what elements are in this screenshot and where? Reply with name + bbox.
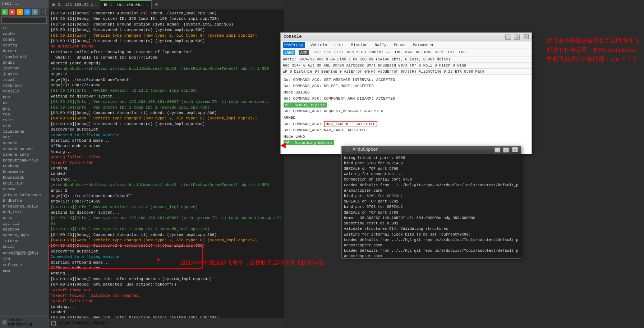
terminal-line: argv[0]: ./testPixhawkDroneTakeoff xyxy=(51,77,282,83)
sidebar-item[interactable]: etcam xyxy=(0,186,48,192)
sidebar-item[interactable]: ublic xyxy=(0,244,48,250)
sidebar-item[interactable]: gnupg xyxy=(0,60,48,65)
sidebar-item[interactable]: rviz xyxy=(0,117,48,123)
sidebar-item[interactable]: ihd xyxy=(0,256,48,262)
sidebar-item[interactable]: ictures xyxy=(0,238,48,244)
toolbar-btn-red[interactable]: ■ xyxy=(9,9,15,15)
tab-1[interactable]: 🖥 2. 192.168.55.1 ✕ xyxy=(49,0,100,9)
terminal-line: [04:00:23][Info ] New system on: 192.168… xyxy=(51,215,282,227)
sidebar-item[interactable]: config xyxy=(0,42,48,48)
console-menu-item-parameter[interactable]: Parameter xyxy=(411,42,436,48)
terminal-line: [03:59:12][Debug] Discovered 1 component… xyxy=(51,27,282,33)
console-menu-item-mission[interactable]: Mission xyxy=(349,42,369,48)
terminal-footer: ollow terminal folder xyxy=(49,318,284,328)
terminal-line: argc: 2 xyxy=(51,72,282,77)
sidebar-item[interactable]: opencv_apps xyxy=(0,232,48,238)
console-window: Console _ □ ✕ MAVProxyVehicleLinkMission… xyxy=(280,32,532,154)
terminal-line: [04:00:23][Info ] MAVSDK version: v2.12.… xyxy=(51,205,282,210)
annotation-bottom: 通过mavsdk发送起飞命令，被接收了当时仿真飞机不响应！ xyxy=(180,259,330,266)
terminal-line: jetson@unbutu:~/shd/visp-ws/visp-build/m… xyxy=(51,66,282,72)
sidebar-item[interactable]: ssh xyxy=(0,123,48,129)
toolbar-btn-blue[interactable]: ✎ xyxy=(24,9,31,15)
ardu-line: bind port 5762 for SERIAL1 xyxy=(344,193,519,199)
terminal-line: [04:00:24][Debug] GPS_detected: use acti… xyxy=(51,282,282,287)
console-menu-item-link[interactable]: Link xyxy=(333,42,345,48)
sidebar-item[interactable]: Downloads xyxy=(0,175,48,181)
terminal-line: argv[0]: ./testPixhawkDroneTakeoff xyxy=(51,193,282,199)
sidebar-item[interactable]: vscode-server xyxy=(0,146,48,152)
sidebar-item[interactable]: Desktop xyxy=(0,163,48,169)
terminal-line: Takeoff failed 000 xyxy=(51,299,282,304)
toolbar-btn-a[interactable]: A xyxy=(32,9,38,15)
ardu-line: Home: -35.363262 149.165237 alt=584.0000… xyxy=(344,215,519,221)
tab-add-button[interactable]: + xyxy=(152,0,161,9)
sidebar-item[interactable]: npm xyxy=(0,94,48,100)
sidebar-item[interactable]: GPIO_TEST xyxy=(0,181,48,186)
ardu-close-btn[interactable]: ✕ xyxy=(512,147,518,152)
tab-bar: 🖥 2. 192.168.55.1 ✕ 🖥 3. 192.168.55.1 ✕ … xyxy=(49,0,284,9)
sidebar-item[interactable]: jetson-inference xyxy=(0,192,48,198)
sidebar-item[interactable]: jupyter xyxy=(0,71,48,77)
toolbar-btn-green[interactable]: ▶ xyxy=(1,9,8,15)
tab-2[interactable]: 🖥 3. 192.168.55.1 ✕ xyxy=(100,0,152,9)
sidebar-item[interactable]: nv xyxy=(0,100,48,106)
console-menu-item-vehicle[interactable]: Vehicle xyxy=(309,42,328,48)
tab-2-close[interactable]: ✕ xyxy=(146,3,148,7)
console-line: Got COMMAND_ACK: COMPONENT_ARM_DISARM: A… xyxy=(284,96,529,102)
sidebar-item[interactable]: brealense_build xyxy=(0,204,48,209)
ardu-body: Using Irlock at port : 9005bind port 576… xyxy=(342,154,521,258)
follow-checkbox[interactable] xyxy=(51,321,56,325)
sidebar-item[interactable]: brdkafka xyxy=(0,198,48,204)
sidebar: nect... ▶ ■ ↺ ✎ A ⋯ mecachecondaconfigdo… xyxy=(0,0,49,328)
toolbar-btn-orange[interactable]: ↺ xyxy=(17,9,23,15)
tab-1-close[interactable]: ✕ xyxy=(95,3,97,7)
sidebar-item[interactable]: cache xyxy=(0,31,48,37)
sidebar-item[interactable]: ros xyxy=(0,111,48,117)
console-menu-item-fence[interactable]: Fence xyxy=(392,42,407,48)
sidebar-toolbar: ▶ ■ ↺ ✎ A ⋯ xyxy=(0,8,48,17)
console-line: Got COMMAND_ACK: NAV_LAND: ACCEPTED xyxy=(284,127,529,134)
sidebar-search-input[interactable] xyxy=(1,18,47,24)
sidebar-item[interactable]: mozilla xyxy=(0,88,48,94)
sidebar-item[interactable]: local xyxy=(0,77,48,83)
console-status4: WP 0 Distance 0m Bearing 0 AltError 0m(H… xyxy=(281,69,532,75)
status-rng: RNG xyxy=(424,50,431,55)
follow-terminal-label: ollow terminal folder xyxy=(58,321,108,325)
console-statusbar: LAND ARM GPS: OK6 (10) Vcc 5.00 Radio: -… xyxy=(281,49,532,56)
sidebar-item[interactable]: conda xyxy=(0,37,48,42)
sidebar-item[interactable]: tilecache xyxy=(0,129,48,135)
sidebar-item[interactable]: igc-cli xyxy=(0,221,48,227)
sidebar-item[interactable]: DeepStream-Yolo xyxy=(0,158,48,163)
console-close-btn[interactable]: ✕ xyxy=(523,34,529,39)
sidebar-item[interactable]: ipython xyxy=(0,65,48,71)
sidebar-item[interactable]: me xyxy=(0,25,48,31)
terminal-line: Finished... xyxy=(51,177,282,182)
terminal-line: [03:59:13][Debug] Discovered 1 component… xyxy=(51,38,282,44)
console-maximize-btn[interactable]: □ xyxy=(514,35,520,40)
sidebar-item[interactable]: vnc xyxy=(0,135,48,140)
sidebar-item[interactable]: camera_info xyxy=(0,152,48,158)
sidebar-item[interactable]: vscode xyxy=(0,140,48,146)
console-minimize-btn[interactable]: _ xyxy=(505,35,511,40)
terminal-line: Landing... xyxy=(51,166,282,171)
ardu-restore-btn[interactable]: □ xyxy=(503,147,509,152)
sidebar-item[interactable]: finalshell xyxy=(0,54,48,60)
ardu-minimize-btn[interactable]: _ xyxy=(494,147,500,152)
sidebar-item[interactable]: usic xyxy=(0,215,48,221)
sidebar-item[interactable]: pki xyxy=(0,106,48,111)
console-menu-item-mavproxy[interactable]: MAVProxy xyxy=(283,42,305,48)
toolbar-btn-extra[interactable]: ⋯ xyxy=(39,9,46,15)
console-line: Got COMMAND_ACK: SET_MESSAGE_INTERVAL: A… xyxy=(284,77,529,83)
sidebar-item[interactable]: ned_test xyxy=(0,209,48,215)
sidebar-item[interactable]: Documents xyxy=(0,169,48,175)
sidebar-item[interactable]: software xyxy=(0,262,48,268)
sidebar-item[interactable]: emp xyxy=(0,268,48,274)
sidebar-item[interactable]: dotnet xyxy=(0,48,48,54)
sidebar-item[interactable]: mavproxy xyxy=(0,83,48,88)
sidebar-item[interactable]: ROS专用配件(源码) xyxy=(0,250,48,256)
terminal-line: argv[1]: udp://:14550 xyxy=(51,83,282,88)
console-title: Console xyxy=(284,34,302,39)
console-menu-item-rally[interactable]: Rally xyxy=(373,42,388,48)
terminal-line: Connected to a flying vehicle xyxy=(51,133,282,138)
sidebar-item[interactable]: opencv4 xyxy=(0,227,48,232)
